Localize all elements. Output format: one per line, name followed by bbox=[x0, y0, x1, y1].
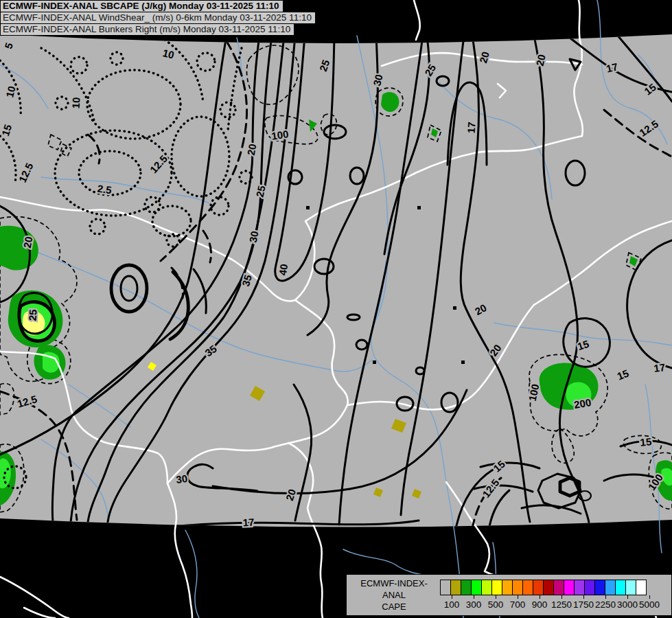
legend-swatch bbox=[584, 580, 595, 595]
legend-swatch bbox=[533, 580, 544, 595]
contour-label: 17 bbox=[242, 516, 255, 529]
legend-swatch bbox=[512, 580, 523, 595]
contour-label: 25 bbox=[26, 309, 38, 321]
legend-swatch bbox=[461, 580, 472, 595]
legend-swatch bbox=[481, 580, 492, 595]
legend-swatch bbox=[471, 580, 482, 595]
legend-swatch bbox=[502, 580, 513, 595]
title-windshear: ECMWF-INDEX-ANAL WindShear_ (m/s) 0-6km … bbox=[0, 12, 316, 24]
legend-parameter: CAPE bbox=[349, 601, 439, 613]
legend-swatch bbox=[440, 580, 451, 595]
title-bars: ECMWF-INDEX-ANAL SBCAPE (J/kg) Monday 03… bbox=[0, 0, 316, 36]
contour-label: 25 bbox=[253, 185, 267, 198]
legend-swatch bbox=[564, 580, 575, 595]
legend-swatch bbox=[450, 580, 461, 595]
legend-swatch bbox=[605, 580, 616, 595]
legend-swatch bbox=[594, 580, 605, 595]
weather-map-screenshot: 105101512.51012.52.520253035403525302520… bbox=[0, 0, 672, 618]
legend-swatch bbox=[522, 580, 533, 595]
legend-tick-label: 5000 bbox=[636, 599, 663, 610]
cape-legend: ECMWF-INDEX-ANAL CAPE J/kg 1003005007009… bbox=[346, 574, 672, 616]
contour-label: 15 bbox=[640, 435, 652, 448]
title-sbcape: ECMWF-INDEX-ANAL SBCAPE (J/kg) Monday 03… bbox=[0, 0, 283, 12]
contour-label: 20 bbox=[533, 54, 547, 67]
contour-label: 20 bbox=[245, 143, 259, 156]
contour-label: 20 bbox=[21, 236, 35, 249]
legend-swatch bbox=[625, 580, 636, 595]
contour-label: 40 bbox=[277, 263, 290, 276]
weather-map: 105101512.51012.52.520253035403525302520… bbox=[0, 0, 672, 618]
contour-label: 10 bbox=[69, 97, 82, 109]
legend-text: ECMWF-INDEX-ANAL CAPE J/kg bbox=[349, 577, 439, 618]
contour-label: 17 bbox=[465, 122, 477, 134]
legend-units: J/kg bbox=[349, 613, 439, 618]
contour-label: 30 bbox=[175, 472, 188, 485]
contour-label: 17 bbox=[653, 361, 666, 374]
legend-swatch bbox=[615, 580, 626, 595]
legend-product: ECMWF-INDEX-ANAL bbox=[349, 577, 439, 601]
legend-swatch bbox=[491, 580, 502, 595]
legend-swatch bbox=[574, 580, 585, 595]
title-bunkers: ECMWF-INDEX-ANAL Bunkers Right (m/s) Mon… bbox=[0, 23, 294, 36]
legend-swatch bbox=[543, 580, 554, 595]
contour-label: 2.5 bbox=[97, 183, 113, 196]
legend-swatch bbox=[636, 580, 647, 595]
contour-label: 30 bbox=[247, 230, 261, 243]
legend-swatch bbox=[553, 580, 564, 595]
contour-label: 100 bbox=[270, 128, 289, 141]
legend-color-bar bbox=[441, 580, 647, 595]
